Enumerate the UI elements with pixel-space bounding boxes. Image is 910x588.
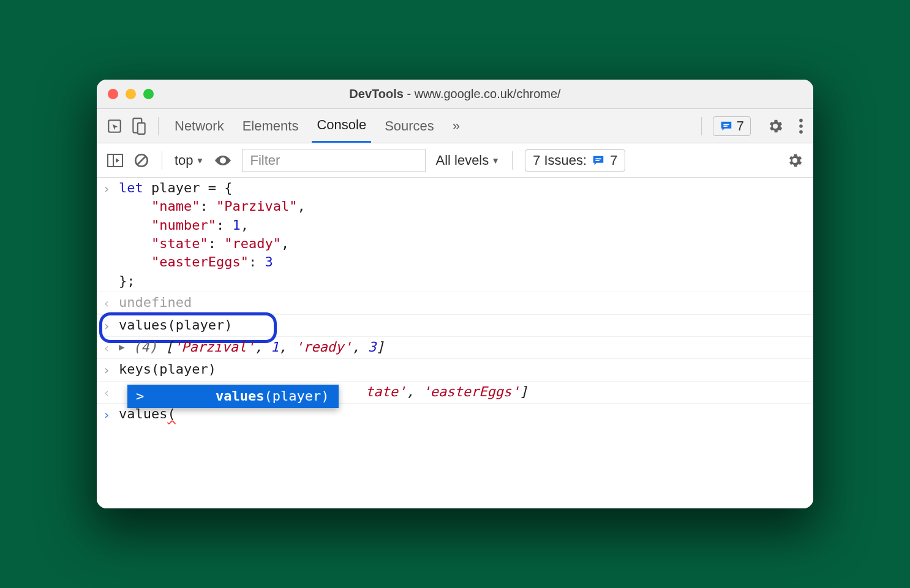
console-toolbar: top ▼ All levels ▼ 7 Issues: 7 bbox=[97, 143, 813, 178]
svg-rect-2 bbox=[138, 123, 145, 134]
title-url: www.google.co.uk/chrome/ bbox=[415, 87, 561, 100]
console-input-entry[interactable]: values(player) bbox=[97, 315, 813, 337]
eye-icon[interactable] bbox=[214, 154, 232, 167]
devtools-window: DevTools - www.google.co.uk/chrome/ Netw… bbox=[97, 80, 813, 508]
title-bar: DevTools - www.google.co.uk/chrome/ bbox=[97, 80, 813, 109]
issues-button[interactable]: 7 Issues: 7 bbox=[525, 149, 625, 172]
messages-badge[interactable]: 7 bbox=[713, 116, 751, 136]
console-input-entry[interactable]: let player = { "name": "Parzival", "numb… bbox=[97, 178, 813, 292]
divider bbox=[701, 117, 702, 135]
svg-point-7 bbox=[799, 130, 803, 134]
minimize-window-button[interactable] bbox=[126, 89, 136, 99]
tab-bar: Network Elements Console Sources » 7 bbox=[97, 109, 813, 143]
console-input-entry[interactable]: keys(player) bbox=[97, 359, 813, 381]
svg-line-11 bbox=[138, 156, 146, 164]
settings-icon[interactable] bbox=[786, 152, 803, 169]
filter-input[interactable] bbox=[242, 149, 426, 172]
device-toggle-icon[interactable] bbox=[131, 117, 147, 135]
svg-rect-14 bbox=[596, 160, 600, 161]
tab-console[interactable]: Console bbox=[312, 109, 371, 143]
close-window-button[interactable] bbox=[108, 89, 118, 99]
tab-network[interactable]: Network bbox=[170, 109, 229, 143]
traffic-lights bbox=[108, 89, 154, 99]
svg-rect-3 bbox=[723, 124, 729, 125]
tab-sources[interactable]: Sources bbox=[380, 109, 439, 143]
log-levels-selector[interactable]: All levels ▼ bbox=[435, 153, 500, 168]
chevron-down-icon: ▼ bbox=[196, 156, 205, 165]
svg-point-6 bbox=[799, 124, 803, 128]
title-prefix: DevTools bbox=[349, 87, 404, 100]
zoom-window-button[interactable] bbox=[143, 89, 154, 99]
sidebar-toggle-icon[interactable] bbox=[107, 153, 124, 168]
console-output-undefined: undefined bbox=[97, 292, 813, 314]
svg-rect-13 bbox=[596, 158, 601, 159]
context-selector[interactable]: top ▼ bbox=[175, 153, 204, 168]
message-icon bbox=[592, 154, 605, 167]
divider bbox=[158, 117, 159, 135]
kebab-icon[interactable] bbox=[799, 118, 803, 135]
settings-icon[interactable] bbox=[767, 118, 784, 135]
clear-console-icon[interactable] bbox=[133, 153, 149, 168]
console-body: let player = { "name": "Parzival", "numb… bbox=[97, 178, 813, 508]
window-title: DevTools - www.google.co.uk/chrome/ bbox=[97, 87, 813, 101]
chevron-down-icon: ▼ bbox=[491, 156, 500, 165]
svg-point-5 bbox=[799, 118, 803, 122]
console-output-array[interactable]: ▶ (4) ['Parzival', 1, 'ready', 3] bbox=[97, 337, 813, 359]
message-icon bbox=[720, 119, 733, 133]
inspect-icon[interactable] bbox=[107, 118, 122, 134]
console-prompt[interactable]: > values(player) values( bbox=[97, 404, 813, 425]
tab-more[interactable]: » bbox=[448, 109, 465, 143]
autocomplete-popup[interactable]: > values(player) bbox=[127, 385, 339, 408]
divider bbox=[512, 151, 513, 170]
divider bbox=[162, 151, 162, 170]
svg-rect-4 bbox=[723, 126, 727, 127]
messages-count: 7 bbox=[737, 118, 744, 134]
svg-rect-8 bbox=[108, 154, 122, 167]
expand-icon[interactable]: ▶ bbox=[119, 341, 125, 354]
svg-point-12 bbox=[222, 159, 225, 162]
tab-elements[interactable]: Elements bbox=[238, 109, 304, 143]
